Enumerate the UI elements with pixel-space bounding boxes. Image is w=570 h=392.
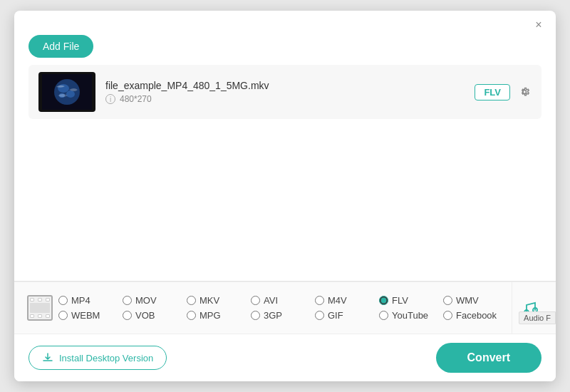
format-option-avi[interactable]: AVI xyxy=(251,295,315,306)
format-label-mpg: MPG xyxy=(200,310,221,321)
format-option-mpg[interactable]: MPG xyxy=(187,310,251,321)
format-radio-vob[interactable] xyxy=(123,311,132,320)
format-radio-webm[interactable] xyxy=(58,311,68,320)
video-format-icon-box[interactable] xyxy=(21,282,58,334)
install-label: Install Desktop Version xyxy=(59,353,153,363)
file-actions: FLV xyxy=(475,84,532,100)
audio-f-label: Audio F xyxy=(519,311,556,324)
close-button[interactable]: × xyxy=(532,18,546,32)
svg-point-3 xyxy=(66,91,75,98)
format-radio-mp4[interactable] xyxy=(58,296,68,305)
file-info: file_example_MP4_480_1_5MG.mkv i 480*270 xyxy=(105,80,465,104)
download-icon xyxy=(42,352,53,363)
file-thumbnail xyxy=(38,72,95,112)
format-badge[interactable]: FLV xyxy=(475,84,510,100)
format-radio-facebook[interactable] xyxy=(443,311,452,320)
gear-icon xyxy=(517,85,532,99)
format-option-webm[interactable]: WEBM xyxy=(58,310,123,321)
file-resolution: 480*270 xyxy=(120,94,152,104)
film-hole xyxy=(30,298,34,301)
format-label-avi: AVI xyxy=(264,295,278,306)
format-radio-avi[interactable] xyxy=(251,296,260,305)
add-file-button[interactable]: Add File xyxy=(28,35,93,58)
format-label-webm: WEBM xyxy=(71,310,100,321)
svg-point-1 xyxy=(54,79,80,105)
format-radio-wmv[interactable] xyxy=(443,296,452,305)
audio-tab[interactable] xyxy=(512,282,549,334)
file-name: file_example_MP4_480_1_5MG.mkv xyxy=(105,80,465,91)
format-radio-flv[interactable] xyxy=(379,296,388,305)
format-row-1: MP4 MOV MKV AVI xyxy=(58,295,512,306)
format-radio-gif[interactable] xyxy=(315,311,324,320)
format-label-mov: MOV xyxy=(135,295,157,306)
file-item: file_example_MP4_480_1_5MG.mkv i 480*270… xyxy=(28,65,542,119)
format-option-wmv[interactable]: WMV xyxy=(443,295,507,306)
settings-button[interactable] xyxy=(517,85,532,99)
format-label-gif: GIF xyxy=(328,310,343,321)
film-hole xyxy=(38,298,42,301)
format-label-3gp: 3GP xyxy=(264,310,282,321)
action-bar: Install Desktop Version Convert xyxy=(14,334,556,381)
film-hole xyxy=(46,314,50,318)
film-hole xyxy=(30,314,34,318)
format-option-3gp[interactable]: 3GP xyxy=(251,310,315,321)
film-strip-icon xyxy=(27,295,53,321)
file-meta: i 480*270 xyxy=(105,94,465,104)
format-radio-3gp[interactable] xyxy=(251,311,260,320)
format-label-vob: VOB xyxy=(135,310,155,321)
format-label-m4v: M4V xyxy=(328,295,347,306)
format-label-facebook: Facebook xyxy=(456,310,497,321)
install-desktop-button[interactable]: Install Desktop Version xyxy=(28,346,167,370)
format-option-mov[interactable]: MOV xyxy=(123,295,187,306)
format-option-mkv[interactable]: MKV xyxy=(187,295,251,306)
film-hole xyxy=(38,314,42,318)
format-radio-mov[interactable] xyxy=(123,296,132,305)
format-option-gif[interactable]: GIF xyxy=(315,310,379,321)
content-area: file_example_MP4_480_1_5MG.mkv i 480*270… xyxy=(14,65,556,281)
format-label-flv: FLV xyxy=(392,295,408,306)
film-hole xyxy=(46,298,50,301)
format-row: MP4 MOV MKV AVI xyxy=(14,282,556,334)
title-bar: × xyxy=(14,11,556,32)
toolbar: Add File xyxy=(14,32,556,65)
svg-point-2 xyxy=(58,84,69,93)
info-icon: i xyxy=(105,94,115,104)
format-option-flv[interactable]: FLV xyxy=(379,295,443,306)
format-option-mp4[interactable]: MP4 xyxy=(58,295,123,306)
format-radio-mpg[interactable] xyxy=(187,311,196,320)
format-radio-youtube[interactable] xyxy=(379,311,388,320)
convert-button[interactable]: Convert xyxy=(436,343,542,373)
format-label-mp4: MP4 xyxy=(71,295,90,306)
format-option-facebook[interactable]: Facebook xyxy=(443,310,507,321)
film-middle xyxy=(30,303,50,313)
main-window: × Add File xyxy=(14,11,556,381)
format-option-youtube[interactable]: YouTube xyxy=(379,310,443,321)
format-option-vob[interactable]: VOB xyxy=(123,310,187,321)
format-radio-mkv[interactable] xyxy=(187,296,196,305)
bottom-panel: MP4 MOV MKV AVI xyxy=(14,281,556,334)
format-option-m4v[interactable]: M4V xyxy=(315,295,379,306)
format-radio-m4v[interactable] xyxy=(315,296,324,305)
format-row-2: WEBM VOB MPG 3GP xyxy=(58,310,512,321)
format-label-youtube: YouTube xyxy=(392,310,428,321)
format-label-mkv: MKV xyxy=(200,295,219,306)
format-label-wmv: WMV xyxy=(456,295,479,306)
format-options: MP4 MOV MKV AVI xyxy=(58,289,512,326)
